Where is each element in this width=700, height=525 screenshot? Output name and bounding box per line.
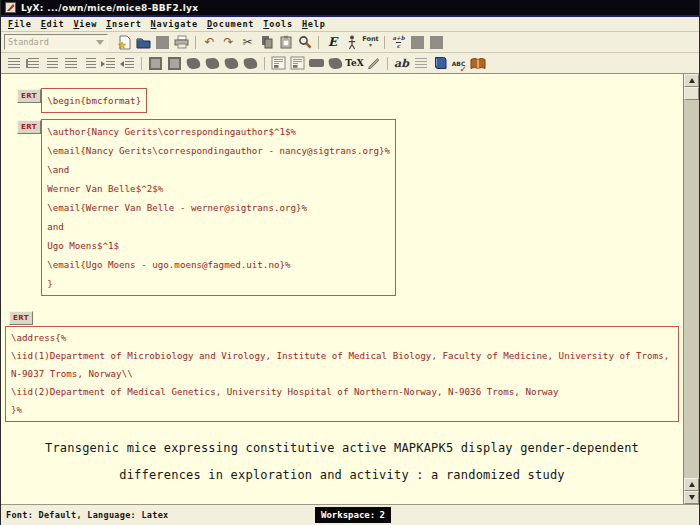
- text-line: \iid(1)Department of Microbiology and Vi…: [11, 347, 673, 365]
- block-align-icon[interactable]: [61, 55, 80, 72]
- insert-hfill-icon[interactable]: [307, 55, 326, 72]
- toolbar-separator: [318, 36, 319, 49]
- disabled-button-2-icon: [427, 34, 446, 51]
- disabled-button-1-icon: [408, 34, 427, 51]
- scroll-up-button-bottom[interactable]: [684, 478, 699, 491]
- insert-margin-note-icon[interactable]: [203, 55, 222, 72]
- paste-icon[interactable]: [276, 34, 295, 51]
- redo-icon[interactable]: ↷: [219, 34, 238, 51]
- scroll-up-button[interactable]: [684, 74, 699, 87]
- open-document-icon[interactable]: [134, 34, 153, 51]
- ert-latex-box[interactable]: \address{%\iid(1)Department of Microbiol…: [5, 326, 679, 422]
- paragraph-layout-icon[interactable]: [4, 55, 23, 72]
- text-line: \address{%: [11, 329, 673, 347]
- ert-inset-button[interactable]: ERT: [17, 120, 41, 134]
- document-title[interactable]: Transgenic mice expressing constitutive …: [1, 435, 683, 489]
- up-arrow-icon: [689, 482, 695, 487]
- scroll-down-button[interactable]: [684, 491, 699, 504]
- paragraph-settings-icon[interactable]: [411, 55, 430, 72]
- undo-icon[interactable]: ↶: [200, 34, 219, 51]
- text-line: \iid(2)Department of Medical Genetics, U…: [11, 383, 673, 401]
- lyx-app-icon: [5, 2, 16, 13]
- status-bar: Font: Default, Language: Latex Workspace…: [1, 504, 699, 525]
- workspace-value: 2: [380, 510, 385, 520]
- insert-table-icon[interactable]: [165, 55, 184, 72]
- lyx-window: LyX: .../own/mice/mice8-BBF2.lyx FileEdi…: [0, 0, 700, 525]
- toolbar-separator: [141, 57, 142, 70]
- toggle-noun-icon[interactable]: [342, 34, 361, 51]
- numbered-list-icon[interactable]: [23, 55, 42, 72]
- toolbar-extra: TeXabABC: [1, 53, 699, 74]
- right-align-icon[interactable]: [80, 55, 99, 72]
- update-dvi-icon[interactable]: [288, 55, 307, 72]
- view-dvi-icon[interactable]: [269, 55, 288, 72]
- text-line: and: [47, 217, 390, 236]
- font-dialog-icon[interactable]: Font: [361, 34, 380, 51]
- print-document-icon[interactable]: [172, 34, 191, 51]
- dropdown-arrow-icon: [96, 40, 104, 45]
- insert-index-icon[interactable]: [241, 55, 260, 72]
- document-workarea[interactable]: ERT \begin{bmcformat} ERT \author{Nancy …: [1, 74, 683, 504]
- toolbar-separator: [195, 36, 196, 49]
- toolbar-main-icons: ↶↷✂EFonta+bc: [115, 34, 446, 51]
- toolbar-separator: [264, 57, 265, 70]
- edit-ert-icon[interactable]: [364, 55, 383, 72]
- insert-math-icon[interactable]: a+bc: [389, 34, 408, 51]
- insert-citation-icon[interactable]: [222, 55, 241, 72]
- text-line: Werner Van Belle$^2$%: [47, 179, 390, 198]
- open-manual-icon[interactable]: [468, 55, 487, 72]
- down-arrow-icon: [689, 495, 695, 500]
- bullet-list-icon[interactable]: [42, 55, 61, 72]
- insert-footnote-icon[interactable]: [184, 55, 203, 72]
- toolbar-separator: [387, 57, 388, 70]
- text-line: \begin{bmcformat}: [47, 91, 141, 110]
- menu-insert[interactable]: Insert: [106, 19, 142, 29]
- ert-block-bmcformat: ERT \begin{bmcformat}: [17, 88, 683, 113]
- menu-view[interactable]: View: [73, 19, 97, 29]
- workspace-indicator: Workspace: 2: [315, 507, 391, 523]
- ert-inset-button[interactable]: ERT: [9, 311, 33, 325]
- text-line: \email{Ugo Moens - ugo.moens@fagmed.uit.…: [47, 255, 390, 274]
- window-title: LyX: .../own/mice/mice8-BBF2.lyx: [21, 3, 198, 13]
- menu-navigate[interactable]: Navigate: [151, 19, 198, 29]
- insert-note-icon[interactable]: [326, 55, 345, 72]
- text-line: }: [47, 274, 390, 293]
- menu-file[interactable]: File: [8, 19, 32, 29]
- increase-depth-icon[interactable]: [99, 55, 118, 72]
- text-line: \author{Nancy Gerits\correspondingauthor…: [47, 122, 390, 141]
- text-line: differences in exploration and activity …: [1, 462, 683, 489]
- text-style-icon[interactable]: ab: [392, 55, 411, 72]
- cut-icon[interactable]: ✂: [238, 34, 257, 51]
- scrollbar-trough[interactable]: [684, 100, 699, 478]
- scrollbar-thumb[interactable]: [684, 87, 699, 100]
- workspace-label: Workspace:: [321, 510, 375, 520]
- menu-document[interactable]: Document: [207, 19, 254, 29]
- insert-figure-icon[interactable]: [146, 55, 165, 72]
- paragraph-style-value: Standard: [8, 37, 49, 47]
- menu-tools[interactable]: Tools: [263, 19, 293, 29]
- copy-icon[interactable]: [257, 34, 276, 51]
- thesaurus-icon[interactable]: [430, 55, 449, 72]
- toggle-emphasis-icon[interactable]: E: [323, 34, 342, 51]
- ert-latex-box[interactable]: \begin{bmcformat}: [41, 88, 147, 113]
- paragraph-style-select[interactable]: Standard: [4, 34, 108, 50]
- text-line: N-9037 Troms, Norway\\: [11, 365, 673, 383]
- new-document-icon[interactable]: [115, 34, 134, 51]
- ert-block-author: ERT \author{Nancy Gerits\correspondingau…: [17, 119, 683, 296]
- text-line: \email{Nancy Gerits\correspondingauthor …: [47, 141, 390, 160]
- tex-mode-icon[interactable]: TeX: [345, 55, 364, 72]
- decrease-depth-icon[interactable]: [118, 55, 137, 72]
- ert-block-address: ERT \address{%\iid(1)Department of Micro…: [9, 305, 683, 422]
- ert-inset-button[interactable]: ERT: [17, 89, 41, 103]
- menu-bar: FileEditViewInsertNavigateDocumentToolsH…: [1, 17, 699, 32]
- menu-help[interactable]: Help: [302, 19, 326, 29]
- spellcheck-icon[interactable]: ABC: [449, 55, 468, 72]
- ert-latex-box[interactable]: \author{Nancy Gerits\correspondingauthor…: [41, 119, 396, 296]
- toolbar-extra-icons: TeXabABC: [4, 55, 487, 72]
- save-document-icon: [153, 34, 172, 51]
- find-replace-icon[interactable]: [295, 34, 314, 51]
- menu-edit[interactable]: Edit: [41, 19, 65, 29]
- toolbar-separator: [384, 36, 385, 49]
- text-line: \email{Werner Van Belle - werner@sigtran…: [47, 198, 390, 217]
- toolbar-main: Standard ↶↷✂EFonta+bc: [1, 32, 699, 53]
